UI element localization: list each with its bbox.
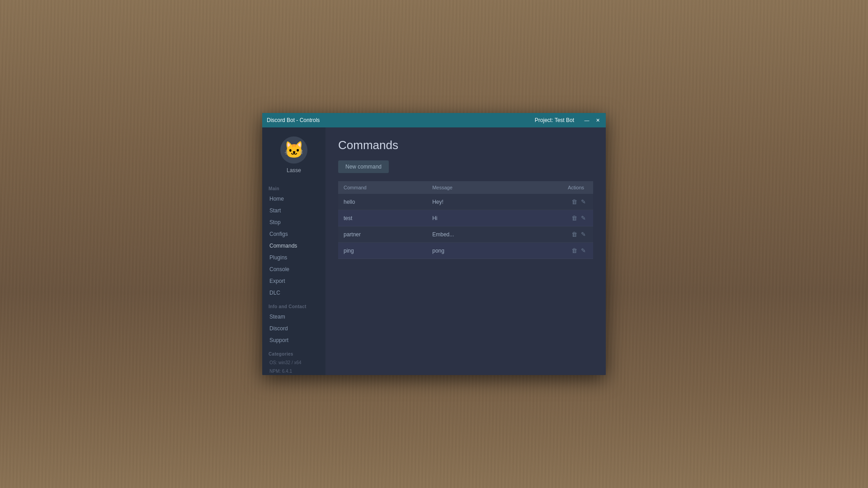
avatar: 🐱 [280,136,307,164]
sidebar-item-commands[interactable]: Commands [262,240,326,252]
table-row: helloHey!🗑✎ [338,194,593,210]
col-header-actions: Actions [512,181,593,194]
command-cell: test [338,210,427,226]
delete-icon[interactable]: 🗑 [571,215,577,221]
avatar-name: Lasse [287,167,301,174]
message-cell: Embed... [427,226,512,243]
main-content: Commands New command Command Message Act… [326,127,606,375]
page-title: Commands [338,138,593,152]
commands-table: Command Message Actions helloHey!🗑✎testH… [338,181,593,259]
sidebar-item-plugins[interactable]: Plugins [262,252,326,263]
minimize-button[interactable]: — [583,117,590,124]
message-cell: pong [427,243,512,259]
sidebar-item-configs[interactable]: Configs [262,228,326,240]
sidebar-item-support[interactable]: Support [262,334,326,346]
delete-icon[interactable]: 🗑 [571,247,577,254]
edit-icon[interactable]: ✎ [581,231,586,238]
sidebar-item-export[interactable]: Export [262,275,326,287]
avatar-section: 🐱 Lasse [262,127,326,181]
app-body: 🐱 Lasse Main Home Start Stop Configs Com… [262,127,606,375]
command-cell: hello [338,194,427,210]
sidebar-item-stop[interactable]: Stop [262,216,326,228]
table-header-row: Command Message Actions [338,181,593,194]
category-npm: NPM: 6.4.1 [262,367,326,375]
command-cell: partner [338,226,427,243]
edit-icon[interactable]: ✎ [581,215,586,221]
sidebar-item-start[interactable]: Start [262,205,326,216]
actions-cell: 🗑✎ [512,243,593,259]
close-button[interactable]: ✕ [594,117,601,124]
col-header-command: Command [338,181,427,194]
table-row: partnerEmbed...🗑✎ [338,226,593,243]
sidebar-item-discord[interactable]: Discord [262,323,326,334]
title-bar-controls: Project: Test Bot — ✕ [535,117,601,124]
sidebar-item-steam[interactable]: Steam [262,311,326,323]
message-cell: Hey! [427,194,512,210]
sidebar-item-console[interactable]: Console [262,263,326,275]
app-window: Discord Bot - Controls Project: Test Bot… [262,113,606,375]
actions-cell: 🗑✎ [512,194,593,210]
message-cell: Hi [427,210,512,226]
table-row: testHi🗑✎ [338,210,593,226]
project-label: Project: Test Bot [535,117,574,123]
delete-icon[interactable]: 🗑 [571,231,577,238]
actions-cell: 🗑✎ [512,226,593,243]
new-command-button[interactable]: New command [338,160,389,173]
sidebar-section-info: Info and Contact [262,299,326,311]
edit-icon[interactable]: ✎ [581,198,586,205]
category-os: OS: win32 / x64 [262,358,326,367]
sidebar-item-home[interactable]: Home [262,193,326,205]
actions-cell: 🗑✎ [512,210,593,226]
sidebar-section-main: Main [262,181,326,193]
sidebar-item-dlc[interactable]: DLC [262,287,326,299]
edit-icon[interactable]: ✎ [581,247,586,254]
command-cell: ping [338,243,427,259]
table-row: pingpong🗑✎ [338,243,593,259]
col-header-message: Message [427,181,512,194]
title-bar: Discord Bot - Controls Project: Test Bot… [262,113,606,127]
delete-icon[interactable]: 🗑 [571,198,577,205]
sidebar: 🐱 Lasse Main Home Start Stop Configs Com… [262,127,326,375]
sidebar-section-categories: Categories [262,346,326,358]
window-title: Discord Bot - Controls [267,117,320,123]
